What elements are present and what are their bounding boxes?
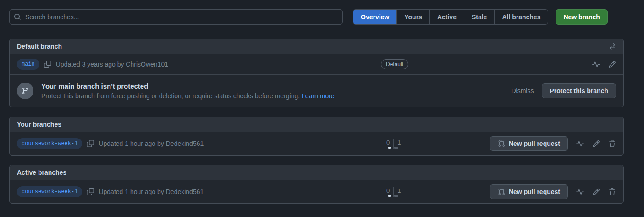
copy-branch-name-button[interactable] bbox=[87, 188, 94, 195]
pencil-icon bbox=[592, 188, 600, 196]
copy-icon bbox=[44, 61, 51, 68]
ahead-behind-counter: 0 1 bbox=[386, 187, 401, 197]
behind-count: 0 bbox=[386, 139, 394, 149]
new-pull-request-label: New pull request bbox=[509, 140, 560, 147]
your-branches-header: Your branches bbox=[10, 117, 623, 132]
behind-count: 0 bbox=[386, 187, 394, 197]
branch-link[interactable]: coursework-week-1 bbox=[17, 186, 82, 197]
default-badge: Default bbox=[381, 59, 408, 69]
trash-icon bbox=[608, 188, 616, 196]
tab-stale[interactable]: Stale bbox=[464, 10, 494, 24]
branch-activity-button[interactable] bbox=[576, 140, 584, 148]
tab-yours[interactable]: Yours bbox=[396, 10, 429, 24]
new-branch-button[interactable]: New branch bbox=[556, 9, 607, 25]
rename-branch-button[interactable] bbox=[592, 140, 600, 148]
behind-count-value: 0 bbox=[386, 139, 390, 146]
branch-info: main Updated 3 years ago by ChrisOwen101 bbox=[17, 59, 381, 70]
default-branch-header: Default branch bbox=[10, 39, 623, 54]
branch-actions: New pull request bbox=[487, 184, 616, 199]
updated-text: Updated 1 hour ago by Dedekind561 bbox=[99, 140, 204, 147]
search-input[interactable] bbox=[9, 9, 343, 25]
pulse-icon bbox=[592, 61, 600, 68]
arrow-switch-icon bbox=[609, 43, 616, 50]
branch-actions: New pull request bbox=[487, 136, 616, 151]
git-pull-request-icon bbox=[498, 188, 505, 195]
pencil-icon bbox=[592, 140, 600, 148]
tab-all-branches[interactable]: All branches bbox=[494, 10, 548, 24]
copy-icon bbox=[87, 140, 94, 147]
active-branch-row: coursework-week-1 Updated 1 hour ago by … bbox=[10, 180, 623, 203]
search-box bbox=[9, 9, 343, 25]
branch-meta: 0 1 bbox=[381, 187, 487, 197]
tab-active[interactable]: Active bbox=[429, 10, 464, 24]
branch-actions bbox=[487, 61, 616, 68]
new-pull-request-button[interactable]: New pull request bbox=[490, 136, 568, 151]
notice-body: Your main branch isn't protected Protect… bbox=[41, 82, 511, 100]
notice-description: Protect this branch from force pushing o… bbox=[41, 92, 511, 100]
notice-description-text: Protect this branch from force pushing o… bbox=[41, 92, 300, 100]
dismiss-button[interactable]: Dismiss bbox=[511, 87, 534, 95]
protect-branch-button[interactable]: Protect this branch bbox=[542, 83, 616, 98]
your-branch-row: coursework-week-1 Updated 1 hour ago by … bbox=[10, 132, 623, 155]
your-branches-panel: Your branches coursework-week-1 Updated … bbox=[9, 117, 624, 156]
section-title: Default branch bbox=[17, 43, 62, 50]
updated-text: Updated 3 years ago by ChrisOwen101 bbox=[56, 61, 168, 68]
delete-branch-button[interactable] bbox=[608, 188, 616, 196]
branch-info: coursework-week-1 Updated 1 hour ago by … bbox=[17, 138, 381, 149]
change-default-branch-button[interactable] bbox=[609, 43, 616, 50]
notice-title: Your main branch isn't protected bbox=[41, 82, 511, 90]
behind-meter bbox=[388, 147, 391, 149]
rename-branch-button[interactable] bbox=[592, 188, 600, 196]
branch-meta: 0 1 bbox=[381, 139, 487, 149]
ahead-behind-counter: 0 1 bbox=[386, 139, 401, 149]
copy-icon bbox=[87, 188, 94, 195]
delete-branch-button[interactable] bbox=[608, 140, 616, 148]
branch-protection-notice: Your main branch isn't protected Protect… bbox=[10, 74, 623, 107]
branch-link[interactable]: coursework-week-1 bbox=[17, 138, 82, 149]
new-pull-request-label: New pull request bbox=[509, 188, 560, 195]
ahead-count-value: 1 bbox=[397, 139, 401, 146]
tab-overview[interactable]: Overview bbox=[353, 10, 396, 24]
pencil-icon bbox=[608, 61, 616, 68]
ahead-count-value: 1 bbox=[397, 187, 401, 194]
branch-info: coursework-week-1 Updated 1 hour ago by … bbox=[17, 186, 381, 197]
pulse-icon bbox=[576, 140, 584, 148]
section-title: Your branches bbox=[17, 121, 61, 128]
default-branch-row: main Updated 3 years ago by ChrisOwen101… bbox=[10, 54, 623, 74]
copy-branch-name-button[interactable] bbox=[87, 140, 94, 147]
git-branch-icon bbox=[17, 83, 33, 99]
protect-branch-label: Protect this branch bbox=[550, 87, 608, 95]
updated-text: Updated 1 hour ago by Dedekind561 bbox=[99, 188, 204, 195]
branch-activity-button[interactable] bbox=[576, 188, 584, 196]
ahead-count: 1 bbox=[394, 139, 401, 149]
ahead-meter bbox=[394, 147, 398, 149]
active-branches-panel: Active branches coursework-week-1 Update… bbox=[9, 165, 624, 204]
branches-page: Overview Yours Active Stale All branches… bbox=[0, 0, 644, 204]
branch-activity-button[interactable] bbox=[592, 61, 600, 68]
search-icon bbox=[14, 13, 21, 21]
trash-icon bbox=[608, 140, 616, 148]
ahead-meter bbox=[394, 195, 398, 197]
new-pull-request-button[interactable]: New pull request bbox=[490, 184, 568, 199]
section-title: Active branches bbox=[17, 169, 66, 176]
branch-filter-tabs: Overview Yours Active Stale All branches bbox=[353, 9, 548, 25]
toolbar: Overview Yours Active Stale All branches… bbox=[9, 9, 624, 25]
learn-more-link[interactable]: Learn more bbox=[302, 92, 335, 100]
rename-branch-button[interactable] bbox=[608, 61, 616, 68]
active-branches-header: Active branches bbox=[10, 165, 623, 180]
copy-branch-name-button[interactable] bbox=[44, 61, 51, 68]
default-branch-panel: Default branch main Updated 3 years ago … bbox=[9, 39, 624, 107]
pulse-icon bbox=[576, 188, 584, 196]
ahead-count: 1 bbox=[394, 187, 401, 197]
branch-link[interactable]: main bbox=[17, 59, 39, 70]
behind-count-value: 0 bbox=[386, 187, 390, 194]
git-pull-request-icon bbox=[498, 140, 505, 147]
branch-meta: Default bbox=[381, 59, 487, 69]
behind-meter bbox=[388, 195, 391, 197]
